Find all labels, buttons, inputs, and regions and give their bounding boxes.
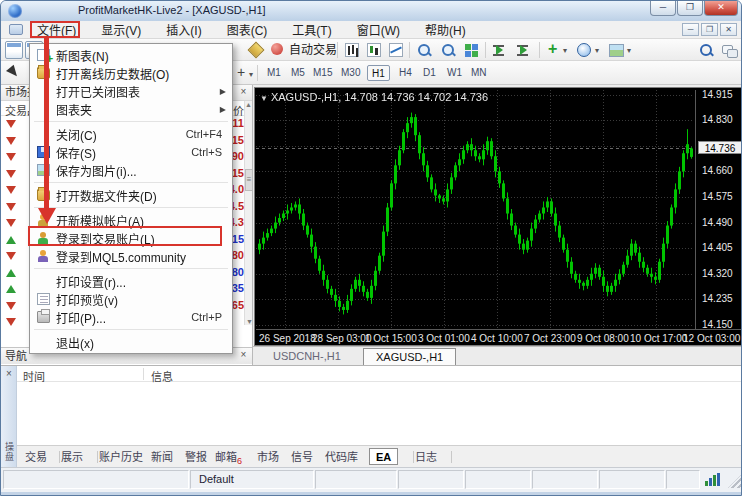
tab-exposure[interactable]: 展示 [55, 449, 89, 466]
market-watch-scrollbar[interactable]: ▲≡▼ [244, 101, 252, 325]
menu-tools[interactable]: 工具(T) [286, 21, 337, 38]
menu-charts[interactable]: 图表(C) [221, 21, 274, 38]
menu-item-save[interactable]: 保存(S)Ctrl+S [30, 143, 232, 161]
submenu-arrow-icon: ▶ [220, 87, 226, 96]
menu-help[interactable]: 帮助(H) [419, 21, 472, 38]
tab-journal[interactable]: 日志 [409, 449, 443, 466]
menu-view[interactable]: 显示(V) [95, 21, 147, 38]
time-column-header[interactable]: 时间 [23, 368, 45, 384]
line-chart-icon[interactable] [387, 41, 405, 59]
timeframe-m1[interactable]: M1 [263, 65, 285, 81]
tab-code-base[interactable]: 代码库 [319, 449, 364, 466]
menu-item-close[interactable]: 关闭(C)Ctrl+F4 [30, 125, 232, 143]
line-studies-dropdown-caret[interactable]: ▾ [249, 70, 253, 79]
tab-account-history[interactable]: 账户历史 [93, 449, 149, 466]
tab-trade[interactable]: 交易 [19, 449, 53, 466]
status-profile[interactable]: Default [190, 470, 314, 489]
menu-bar: 文件(F) 显示(V) 插入(I) 图表(C) 工具(T) 窗口(W) 帮助(H… [1, 21, 742, 39]
child-minimize-button[interactable]: ─ [682, 23, 699, 36]
templates-dropdown-caret[interactable]: ▾ [627, 46, 631, 55]
cursor-icon[interactable] [5, 64, 23, 82]
menu-window[interactable]: 窗口(W) [351, 21, 406, 38]
metaeditor-icon[interactable] [247, 41, 265, 59]
resize-grip[interactable] [728, 474, 742, 488]
tab-news[interactable]: 新闻 [145, 449, 179, 466]
menu-item-open-deleted[interactable]: 打开已关闭图表▶ [30, 82, 232, 100]
candlestick-chart-icon[interactable] [365, 41, 383, 59]
indicators-icon[interactable] [545, 41, 563, 59]
child-close-button[interactable]: ✕ [720, 23, 737, 36]
title-bar: ProfitMarketHK-Live2 - [XAGUSD-,H1] ─ ❐ … [1, 1, 742, 21]
minimize-button[interactable]: ─ [650, 1, 676, 16]
menu-item-login-mql5[interactable]: 登录到MQL5.community [30, 247, 232, 265]
new-chart-window-icon[interactable] [5, 41, 23, 59]
timeframe-d1[interactable]: D1 [419, 65, 440, 81]
submenu-arrow-icon: ▶ [220, 105, 226, 114]
navigator-close-icon[interactable]: × [237, 349, 250, 362]
time-tick-label: 3 Oct 01:00 [418, 333, 470, 344]
auto-scroll-icon[interactable] [491, 41, 509, 59]
price-tick-label: 14.490 [702, 217, 733, 228]
zoom-out-icon[interactable] [439, 41, 457, 59]
menu-item-exit[interactable]: 退出(x) [30, 333, 232, 351]
menu-item-new-chart[interactable]: 新图表(N) [30, 46, 232, 64]
indicators-dropdown-caret[interactable]: ▾ [563, 46, 567, 55]
window-title: ProfitMarketHK-Live2 - [XAGUSD-,H1] [78, 4, 266, 16]
timeframe-m30[interactable]: M30 [337, 65, 364, 81]
periods-icon[interactable] [575, 41, 593, 59]
zoom-in-icon[interactable] [415, 41, 433, 59]
terminal-close-icon[interactable]: × [3, 368, 15, 380]
market-watch-close-icon[interactable]: × [237, 86, 250, 99]
menu-item-save-as-picture[interactable]: 保存为图片(i)... [30, 161, 232, 179]
tab-mailbox[interactable]: 邮箱6 [209, 449, 248, 466]
print-preview-icon [34, 291, 56, 307]
menu-item-print-setup[interactable]: 打印设置(r)... [30, 272, 232, 290]
menu-item-open-offline[interactable]: 打开离线历史数据(O) [30, 64, 232, 82]
message-column-header[interactable]: 信息 [151, 368, 173, 384]
menu-item-print-preview[interactable]: 打印预览(v) [30, 290, 232, 308]
time-tick-label: 26 Sep 2018 [259, 333, 316, 344]
auto-trading-button[interactable]: 自动交易 [289, 41, 337, 59]
periods-dropdown-caret[interactable]: ▾ [595, 46, 599, 55]
child-window-icon[interactable] [9, 24, 23, 35]
tile-windows-icon[interactable] [463, 41, 481, 59]
candlestick-canvas[interactable] [256, 90, 694, 329]
timeframe-m5[interactable]: M5 [287, 65, 309, 81]
down-arrow-icon [6, 302, 16, 310]
menu-item-print[interactable]: 打印(P)...Ctrl+P [30, 308, 232, 326]
timeframe-mn[interactable]: MN [467, 65, 491, 81]
timeframe-h1[interactable]: H1 [367, 65, 390, 81]
price-axis[interactable]: 14.91514.83014.74514.66014.57514.49014.4… [695, 90, 742, 329]
up-arrow-icon [6, 269, 16, 277]
timeframe-m15[interactable]: M15 [309, 65, 336, 81]
menu-item-profiles[interactable]: 图表夹▶ [30, 100, 232, 118]
search-icon[interactable] [697, 41, 715, 59]
community-chat-icon[interactable] [720, 41, 738, 59]
collapsed-panel-label[interactable]: 操盘 [3, 442, 16, 462]
menu-insert[interactable]: 插入(I) [160, 21, 207, 38]
bar-chart-icon[interactable] [343, 41, 361, 59]
timeframe-w1[interactable]: W1 [443, 65, 466, 81]
restore-button[interactable]: ❐ [677, 1, 703, 16]
tab-usdcnh[interactable]: USDCNH-,H1 [261, 348, 353, 365]
mt4-main-window: ProfitMarketHK-Live2 - [XAGUSD-,H1] ─ ❐ … [0, 0, 742, 496]
tab-xagusd[interactable]: XAGUSD-,H1 [363, 348, 456, 365]
timeframe-h4[interactable]: H4 [395, 65, 416, 81]
time-axis[interactable]: 26 Sep 201828 Sep 03:001 Oct 15:003 Oct … [256, 329, 742, 346]
scrollbar-thumb[interactable]: ≡ [245, 169, 253, 191]
child-restore-button[interactable]: ❐ [701, 23, 718, 36]
up-arrow-icon [6, 285, 16, 293]
chart-shift-icon[interactable] [515, 41, 533, 59]
chevron-down-icon[interactable]: ▼ [260, 94, 268, 103]
auto-trading-icon[interactable] [269, 41, 287, 59]
tab-market[interactable]: 市场 [251, 449, 285, 466]
down-arrow-icon [6, 137, 16, 145]
chart-area[interactable]: ▼XAGUSD-,H1, 14.708 14.736 14.702 14.736… [254, 87, 742, 346]
templates-icon[interactable] [607, 41, 625, 59]
tab-alerts[interactable]: 警报 [179, 449, 213, 466]
down-arrow-icon [6, 120, 16, 128]
tab-signals[interactable]: 信号 [285, 449, 319, 466]
tab-ea[interactable]: EA [369, 448, 398, 465]
close-button[interactable]: ✕ [704, 1, 738, 16]
menu-item-open-data-folder[interactable]: 打开数据文件夹(D) [30, 186, 232, 204]
